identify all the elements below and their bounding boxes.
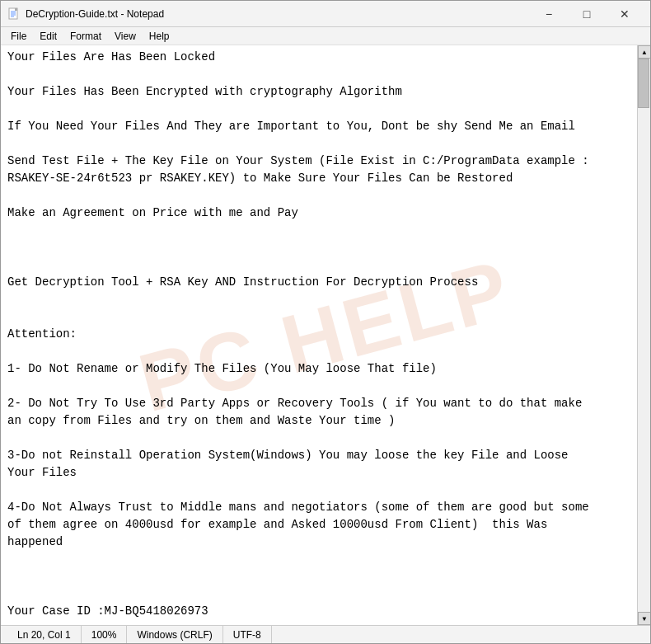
scrollbar-track[interactable] [638,59,650,612]
app-icon [7,7,21,21]
window-title: DeCryption-Guide.txt - Notepad [26,8,530,20]
zoom-level: 100% [82,626,128,643]
status-bar: Ln 20, Col 1 100% Windows (CRLF) UTF-8 [1,625,650,643]
maximize-button[interactable]: □ [568,1,606,27]
close-button[interactable]: ✕ [606,1,644,27]
encoding: UTF-8 [223,626,272,643]
menu-bar: File Edit Format View Help [1,27,650,45]
cursor-position: Ln 20, Col 1 [7,626,82,643]
content-area: PC HELP Your Files Are Has Been Locked Y… [1,45,650,625]
text-editor[interactable]: Your Files Are Has Been Locked Your File… [1,45,637,625]
scrollbar-thumb[interactable] [638,59,649,108]
menu-edit[interactable]: Edit [33,29,63,44]
title-bar: DeCryption-Guide.txt - Notepad − □ ✕ [1,1,650,27]
window-controls: − □ ✕ [530,1,644,27]
line-ending: Windows (CRLF) [127,626,222,643]
minimize-button[interactable]: − [530,1,568,27]
notepad-window: DeCryption-Guide.txt - Notepad − □ ✕ Fil… [0,0,651,644]
vertical-scrollbar[interactable]: ▲ ▼ [637,45,650,625]
menu-format[interactable]: Format [63,29,108,44]
scroll-down-button[interactable]: ▼ [638,612,650,625]
menu-view[interactable]: View [108,29,143,44]
svg-rect-1 [15,8,17,11]
menu-file[interactable]: File [4,29,33,44]
scroll-up-button[interactable]: ▲ [638,45,650,59]
menu-help[interactable]: Help [143,29,176,44]
